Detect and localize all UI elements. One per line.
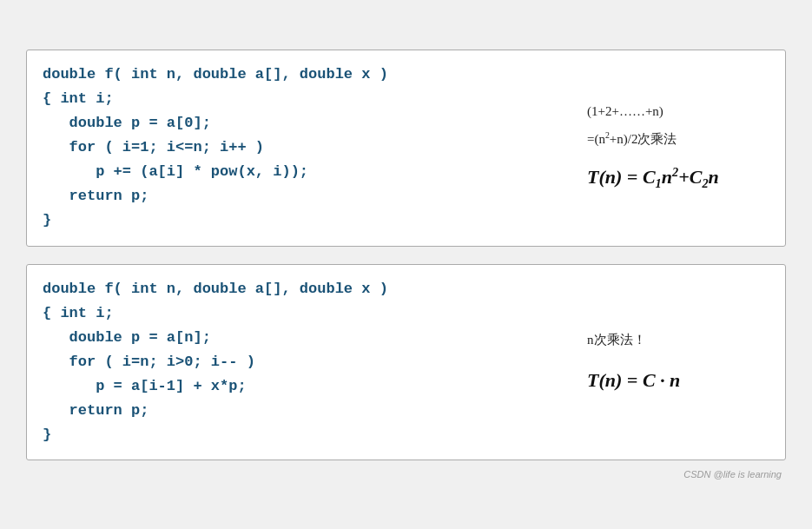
- code-line-1-7: }: [43, 208, 561, 233]
- formula-1: T(n) = C1n2+C2n: [587, 166, 719, 188]
- formula-2: T(n) = C · n: [587, 369, 680, 391]
- code-line-1-2: { int i;: [43, 87, 561, 111]
- code-line-1-1: double f( int n, double a[], double x ): [43, 63, 561, 87]
- annotation-1-line2: =(n2+n)/2次乘法: [587, 132, 677, 146]
- annotation-section-2: n次乘法！ T(n) = C · n: [561, 277, 769, 447]
- code-line-2-2: { int i;: [43, 301, 561, 326]
- watermark-text: CSDN @life is learning: [683, 469, 782, 479]
- code-block-2: double f( int n, double a[], double x ) …: [26, 264, 786, 460]
- code-line-2-6: return p;: [43, 399, 561, 423]
- code-section-2: double f( int n, double a[], double x ) …: [43, 277, 561, 447]
- code-section-1: double f( int n, double a[], double x ) …: [43, 63, 561, 233]
- code-line-2-1: double f( int n, double a[], double x ): [43, 277, 561, 301]
- annotation-1-line1: (1+2+……+n): [587, 104, 663, 118]
- code-line-1-6: return p;: [43, 184, 561, 208]
- annotation-2-line1: n次乘法！: [587, 333, 646, 347]
- code-line-2-4: for ( i=n; i>0; i-- ): [43, 350, 561, 374]
- code-line-1-4: for ( i=1; i<=n; i++ ): [43, 136, 561, 160]
- code-line-1-3: double p = a[0];: [43, 111, 561, 136]
- annotation-section-1: (1+2+……+n) =(n2+n)/2次乘法 T(n) = C1n2+C2n: [561, 63, 769, 233]
- watermark-container: CSDN @life is learning: [26, 469, 786, 479]
- code-line-2-5: p = a[i-1] + x*p;: [43, 374, 561, 399]
- code-line-2-3: double p = a[n];: [43, 326, 561, 350]
- code-line-1-5: p += (a[i] * pow(x, i));: [43, 160, 561, 184]
- code-line-2-7: }: [43, 423, 561, 447]
- code-block-1: double f( int n, double a[], double x ) …: [26, 50, 786, 246]
